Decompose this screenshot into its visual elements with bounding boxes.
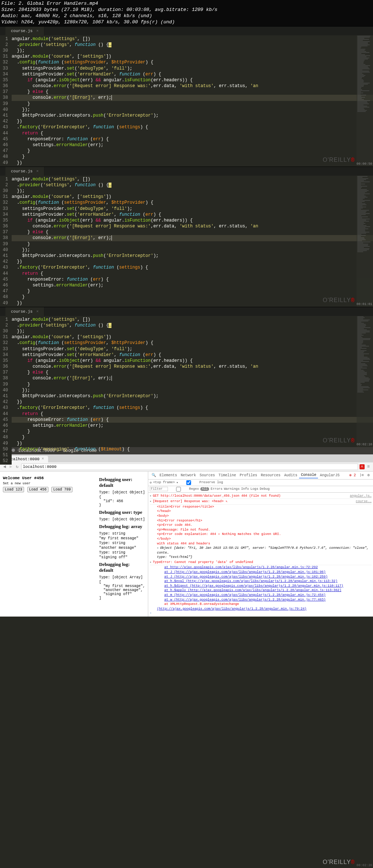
stack-line: at http://ajax.googleapis.com/ajax/libs/… [150,565,372,570]
regex-checkbox[interactable] [169,487,188,492]
close-icon[interactable]: × [36,169,39,173]
debug-text: Type: string [99,532,145,536]
error-count-icon[interactable]: ⊗ 2 [348,472,358,478]
debug-text: Type: [object Array] [99,575,145,579]
video-timestamp: 00:01:01 [357,302,372,306]
menu-icon[interactable]: ≡ [366,464,371,469]
reload-icon[interactable]: ↻ [15,464,19,469]
video-timestamp: 00:02:10 [357,443,372,446]
console-output[interactable]: angular.js…GET http://localhost:8000/dat… [148,493,373,617]
debug-text: Type: string [99,541,145,545]
stack-line: at XMLHttpRequest.B.onreadystatechange [150,602,372,607]
editor-pane-3: course.js× 12303132333435363738394041424… [0,307,373,447]
filter-errors[interactable]: Errors [211,487,222,491]
load-123-button[interactable]: Load 123 [3,487,24,492]
file-tab[interactable]: course.js× [5,167,44,176]
preserve-log-label: Preserve log [199,481,223,484]
devtools-settings-icon[interactable]: ⚙ [366,472,372,478]
stack-line: at m (http://ajax.googleapis.com/ajax/li… [150,593,372,598]
debug-heading: Debugging user: default [99,477,145,488]
debug-heading: Debugging log: default [99,562,145,573]
stack-line: at J (http://ajax.googleapis.com/ajax/li… [150,570,372,575]
console-line: <p>Error code 404. [150,523,372,528]
close-icon[interactable]: × [36,309,39,314]
console-line: <p>Message: File not found. [150,528,372,532]
filter-debug[interactable]: Debug [260,487,270,491]
filter-all[interactable]: All [200,487,209,491]
devtools-tab[interactable]: Audits [282,473,299,478]
stack-line: at h.$digest (http://ajax.googleapis.com… [150,584,372,589]
stack-line: at h.$apply (http://ajax.googleapis.com/… [150,588,372,593]
debug-text: "another message" [99,546,145,550]
stack-line: (http://ajax.googleapis.com/ajax/libs/an… [150,607,372,611]
oreilly-watermark: O'REILLY® [323,157,355,164]
editor-pane-1: course.js× 12303132333435363738394041424… [0,26,373,167]
video-timestamp: 00:00:50 [357,162,372,166]
devtools-tab-console[interactable]: Console [299,472,318,478]
preserve-log-checkbox[interactable] [180,480,198,485]
file-tab[interactable]: course.js× [5,27,44,35]
browser-pane: localhost:8000 - Google Chrome localhost… [0,447,373,617]
frame-selector[interactable]: <top frame> [153,481,174,484]
stack-line: at J (http://ajax.googleapis.com/ajax/li… [150,575,372,579]
console-error: course.…[Request error] Response was: <h… [150,499,372,505]
devtools-tab[interactable]: AngularJS [318,473,341,478]
oreilly-watermark: O'REILLY® [323,437,355,444]
console-line: </head> [150,509,372,514]
tab-bar: course.js× [0,27,373,35]
page-content: Welcome User #456 Set a new user Load 12… [0,472,96,617]
oreilly-watermark: O'REILLY® [323,297,355,304]
minimap[interactable] [357,176,373,307]
debug-text: "signing off" [99,555,145,559]
devtools-tabs: 🔍 Elements Network Sources Timeline Prof… [148,472,373,480]
close-icon[interactable]: × [36,29,39,33]
forward-icon: ▶ [8,464,13,469]
minimap[interactable] [357,35,373,167]
file-info-overlay: File: 2. Global Error Handlers.mp4 Size:… [0,0,373,26]
clear-console-icon[interactable]: ⊘ [150,481,152,485]
debug-text: { "id": 456 } [99,495,145,507]
debug-text: Type: string [99,551,145,555]
devtools-tab[interactable]: Network [179,473,198,478]
devtools-search-icon[interactable]: 🔍 [150,472,158,478]
console-prompt[interactable]: › [150,611,372,616]
console-line: with status 404 and headers [150,541,372,546]
devtools-tab[interactable]: Profiles [238,473,259,478]
debug-panel: Debugging user: default Type: [object Ob… [96,472,148,617]
console-line: <body> [150,514,372,519]
load-789-button[interactable]: Load 789 [51,487,72,492]
angular-icon[interactable]: A [360,464,365,469]
debug-heading: Debugging log: array [99,524,145,529]
devtools-tab[interactable]: Resources [259,473,282,478]
minimap[interactable] [357,316,373,447]
console-line: <h1>Error response</h1> [150,519,372,523]
back-icon[interactable]: ◀ [2,464,7,469]
debug-text: Type: [object Object] [99,517,145,521]
debug-text: [ "my first message", "another message",… [99,580,145,600]
console-line: Object {date: "Fri, 30 Jan 2015 13:58:21… [150,546,372,555]
stack-line: at h.$eval (http://ajax.googleapis.com/a… [150,579,372,584]
devtools-drawer-icon[interactable]: ⟩≡ [358,472,366,478]
devtools-panel: 🔍 Elements Network Sources Timeline Prof… [148,472,373,617]
code-area[interactable]: 1230313233343536373839404142434445464748… [0,35,373,184]
devtools-tab[interactable]: Sources [198,473,217,478]
filter-warnings[interactable]: Warnings [224,487,240,491]
stack-line: at w (http://ajax.googleapis.com/ajax/li… [150,598,372,602]
debug-text: "my first message" [99,536,145,540]
console-line: </body> [150,537,372,541]
file-tab[interactable]: course.js× [5,307,44,316]
filter-logs[interactable]: Logs [250,487,258,491]
console-error: angular.js…GET http://localhost:8000/dat… [150,493,372,499]
devtools-tab[interactable]: Timeline [217,473,238,478]
editor-pane-2: course.js× 12303132333435363738394041424… [0,167,373,307]
filter-input[interactable] [150,487,168,491]
load-456-button[interactable]: Load 456 [27,487,48,492]
code-content[interactable]: angular.module('settings', []) .provider… [12,35,373,184]
console-line: <p>Error code explanation: 404 = Nothing… [150,532,372,537]
console-line: <title>Error response</title> [150,505,372,509]
devtools-tab[interactable]: Elements [158,473,179,478]
filter-info[interactable]: Info [241,487,249,491]
debug-text: Type: [object Object] [99,490,145,494]
debug-heading: Debugging user: type [99,509,145,515]
line-gutter: 1230313233343536373839404142434445464748… [0,35,12,184]
